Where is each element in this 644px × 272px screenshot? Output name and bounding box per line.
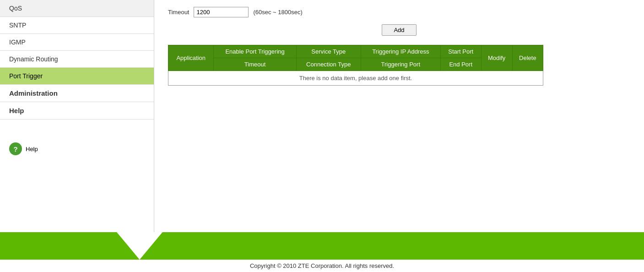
sidebar-item-port-trigger[interactable]: Port Trigger (0, 68, 154, 85)
sidebar-item-dynamic-routing[interactable]: Dynamic Routing (0, 51, 154, 68)
sidebar-item-administration[interactable]: Administration (0, 85, 154, 102)
th-application: Application (168, 45, 214, 71)
th-triggering-ip-address: Triggering IP Address (361, 45, 440, 58)
th-connection-type: Connection Type (296, 58, 361, 71)
help-icon: ? (9, 142, 22, 155)
no-data-message: There is no data item, please add one fi… (168, 71, 543, 86)
main-content: Timeout (60sec ~ 1800sec) Add Applicatio… (154, 0, 644, 232)
add-button[interactable]: Add (382, 24, 416, 36)
sidebar-help-label[interactable]: Help (26, 146, 38, 152)
th-start-port: Start Port (440, 45, 481, 58)
timeout-hint: (60sec ~ 1800sec) (253, 9, 302, 16)
sidebar-item-help[interactable]: Help (0, 102, 154, 120)
sidebar-item-sntp[interactable]: SNTP (0, 17, 154, 34)
footer-chevron-svg (117, 232, 162, 260)
th-service-type: Service Type (296, 45, 361, 58)
th-delete: Delete (512, 45, 543, 71)
th-timeout: Timeout (214, 58, 296, 71)
timeout-input[interactable] (194, 7, 249, 17)
svg-marker-0 (117, 232, 162, 260)
th-modify: Modify (481, 45, 512, 71)
footer-copyright: Copyright © 2010 ZTE Corporation. All ri… (0, 260, 644, 272)
th-end-port: End Port (440, 58, 481, 71)
port-trigger-table: Application Enable Port Triggering Servi… (168, 45, 543, 86)
sidebar-item-igmp[interactable]: IGMP (0, 34, 154, 51)
add-button-row: Add (168, 24, 630, 36)
timeout-label: Timeout (168, 9, 189, 16)
no-data-row: There is no data item, please add one fi… (168, 71, 543, 86)
th-triggering-port: Triggering Port (361, 58, 440, 71)
timeout-row: Timeout (60sec ~ 1800sec) (168, 7, 630, 17)
footer-wrapper: Copyright © 2010 ZTE Corporation. All ri… (0, 232, 644, 272)
footer-green-bar (0, 232, 644, 260)
th-enable-port-triggering: Enable Port Triggering (214, 45, 296, 58)
sidebar-help-area: ? Help (0, 133, 154, 164)
sidebar-item-qos[interactable]: QoS (0, 0, 154, 17)
sidebar: QoS SNTP IGMP Dynamic Routing Port Trigg… (0, 0, 154, 232)
